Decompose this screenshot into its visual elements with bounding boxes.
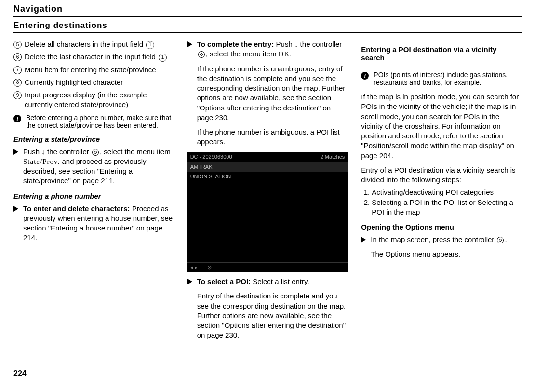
column-2: To complete the entry: Push ↓ the contro… bbox=[187, 40, 348, 345]
step-bold-label: To enter and delete characters: bbox=[23, 204, 130, 213]
info-text: POIs (points of interest) include gas st… bbox=[374, 71, 522, 86]
step-triangle-icon bbox=[187, 279, 192, 284]
text: , select the menu item bbox=[206, 50, 279, 58]
instruction-step: To enter and delete characters: Proceed … bbox=[13, 204, 174, 243]
screenshot-titlebar: DC - 2029063000 2 Matches bbox=[187, 152, 348, 162]
circled-number-icon: 7 bbox=[13, 66, 22, 74]
step-triangle-icon bbox=[13, 206, 18, 212]
text: Select a list entry. bbox=[251, 277, 309, 285]
body-text: The Options menu appears. bbox=[371, 249, 522, 259]
body-text: If the phone number is ambiguous, a POI … bbox=[197, 127, 348, 147]
legend-text: Input progress display (in the example c… bbox=[25, 90, 174, 110]
text: the controller bbox=[298, 40, 342, 48]
menu-label: OK bbox=[279, 50, 290, 58]
legend-text: Menu item for entering the state/provinc… bbox=[25, 65, 174, 75]
page-number: 224 bbox=[13, 369, 522, 378]
heading-entering-state: Entering a state/province bbox=[13, 135, 174, 143]
screenshot-matches: 2 Matches bbox=[321, 154, 345, 160]
circled-ref-icon: 1 bbox=[146, 41, 154, 49]
screenshot-list-row: AMTRAK bbox=[187, 162, 348, 172]
legend-text: Currently highlighted character bbox=[25, 78, 174, 87]
step-triangle-icon bbox=[361, 237, 366, 243]
step-text: Push ↓ the controller , select the menu … bbox=[23, 147, 174, 186]
legend-item-7: 7 Menu item for entering the state/provi… bbox=[13, 65, 174, 75]
instruction-step: In the map screen, press the controller … bbox=[361, 235, 522, 244]
screenshot-title: DC - 2029063000 bbox=[190, 154, 232, 160]
controller-icon bbox=[198, 51, 205, 58]
step-bold-label: To select a POI: bbox=[197, 277, 251, 285]
info-icon: i bbox=[13, 115, 21, 122]
step-triangle-icon bbox=[187, 41, 192, 47]
circled-number-icon: 5 bbox=[13, 41, 22, 49]
legend-item-8: 8 Currently highlighted character bbox=[13, 78, 174, 87]
info-text: Before entering a phone number, make sur… bbox=[26, 114, 174, 129]
device-screenshot: DC - 2029063000 2 Matches AMTRAK UNION S… bbox=[187, 152, 348, 272]
heading-options-menu: Opening the Options menu bbox=[361, 223, 522, 231]
body-text: Entry of a POI destination via a vicinit… bbox=[361, 165, 522, 185]
screenshot-footer-nav: ◂ ▸ bbox=[190, 264, 198, 270]
step-triangle-icon bbox=[13, 149, 18, 155]
body-text: If the phone number is unambiguous, entr… bbox=[197, 64, 348, 123]
legend-text: Delete all characters in the input field… bbox=[25, 40, 174, 49]
step-text: To enter and delete characters: Proceed … bbox=[23, 204, 174, 243]
heading-entering-phone: Entering a phone number bbox=[13, 192, 174, 200]
text: In the map screen, press the controller bbox=[371, 235, 496, 243]
screenshot-list-row: UNION STATION bbox=[187, 172, 348, 181]
text: Delete all characters in the input field bbox=[25, 40, 145, 48]
column-1: 5 Delete all characters in the input fie… bbox=[13, 40, 174, 345]
legend-item-6: 6 Delete the last character in the input… bbox=[13, 52, 174, 62]
controller-icon bbox=[497, 237, 504, 243]
list-item: Activating/deactivating POI categories bbox=[372, 188, 522, 197]
text: Delete the last character in the input f… bbox=[25, 53, 158, 61]
circled-ref-icon: 1 bbox=[159, 54, 167, 62]
circled-number-icon: 9 bbox=[13, 91, 22, 99]
instruction-step: To select a POI: Select a list entry. bbox=[187, 277, 348, 286]
page-header: Navigation bbox=[13, 0, 522, 17]
circled-number-icon: 8 bbox=[13, 79, 22, 87]
text: , select the menu item bbox=[100, 148, 171, 156]
body-text: Entry of the destination is complete and… bbox=[197, 291, 348, 340]
text: . bbox=[505, 235, 507, 243]
step-bold-label: To complete the entry: bbox=[197, 40, 274, 48]
text: Push bbox=[274, 40, 294, 48]
section-subheader: Entering destinations bbox=[13, 17, 522, 33]
text: . bbox=[290, 50, 292, 58]
steps-list: Activating/deactivating POI categories S… bbox=[361, 188, 522, 217]
divider bbox=[361, 66, 522, 66]
instruction-step: Push ↓ the controller , select the menu … bbox=[13, 147, 174, 186]
info-icon: i bbox=[361, 72, 369, 80]
screenshot-footer-icon: ⊘ bbox=[207, 264, 212, 270]
controller-icon bbox=[92, 149, 99, 156]
info-note: i Before entering a phone number, make s… bbox=[13, 114, 174, 129]
list-item: Selecting a POI in the POI list or Selec… bbox=[372, 198, 522, 217]
info-note: i POIs (points of interest) include gas … bbox=[361, 71, 522, 86]
content-columns: 5 Delete all characters in the input fie… bbox=[13, 40, 522, 345]
legend-item-5: 5 Delete all characters in the input fie… bbox=[13, 40, 174, 49]
down-arrow-icon: ↓ bbox=[41, 148, 45, 156]
circled-number-icon: 6 bbox=[13, 53, 22, 61]
body-text: If the map is in position mode, you can … bbox=[361, 92, 522, 161]
menu-label: State/Prov. bbox=[23, 158, 60, 165]
screenshot-footer: ◂ ▸ ⊘ bbox=[187, 262, 348, 272]
legend-text: Delete the last character in the input f… bbox=[25, 52, 174, 62]
column-3: Entering a POI destination via a vicinit… bbox=[361, 40, 522, 345]
step-text: To select a POI: Select a list entry. bbox=[197, 277, 348, 286]
text: the controller bbox=[45, 148, 91, 156]
instruction-step: To complete the entry: Push ↓ the contro… bbox=[187, 40, 348, 59]
heading-poi-vicinity: Entering a POI destination via a vicinit… bbox=[361, 45, 522, 62]
step-text: In the map screen, press the controller … bbox=[371, 235, 522, 244]
text: Push bbox=[23, 148, 41, 156]
legend-item-9: 9 Input progress display (in the example… bbox=[13, 90, 174, 110]
step-text: To complete the entry: Push ↓ the contro… bbox=[197, 40, 348, 59]
